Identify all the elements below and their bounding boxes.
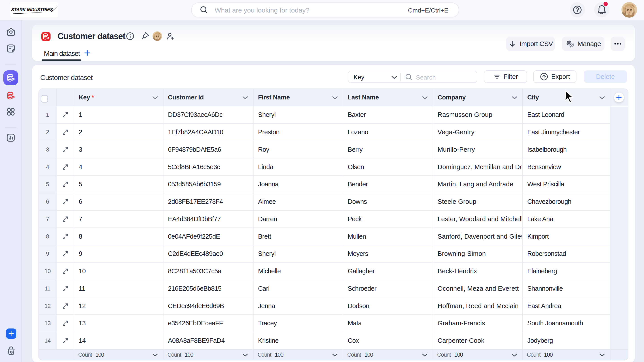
svg-text:STARK INDUSTRIES: STARK INDUSTRIES <box>11 7 53 12</box>
